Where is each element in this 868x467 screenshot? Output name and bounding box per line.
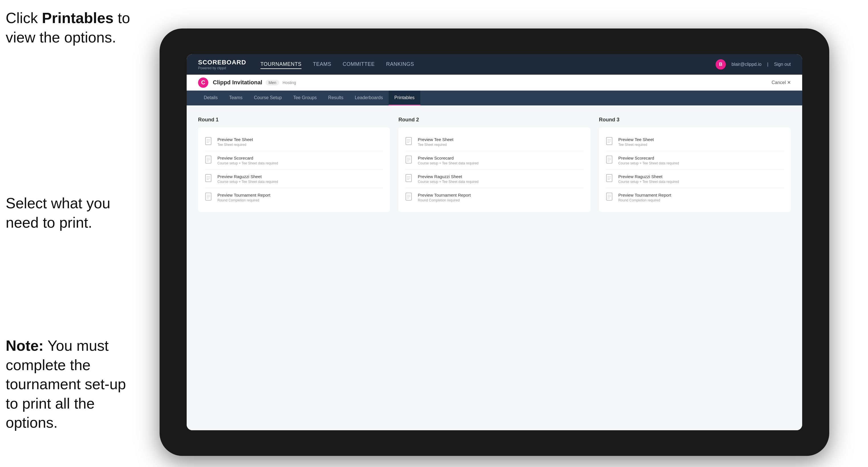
round-1-scorecard-sub: Course setup + Tee Sheet data required — [217, 161, 278, 165]
tournament-bar: C Clippd Invitational Men Hosting Cancel… — [187, 75, 802, 91]
tab-printables[interactable]: Printables — [389, 91, 420, 105]
round-3-tee-sheet[interactable]: Preview Tee Sheet Tee Sheet required — [606, 133, 784, 151]
round-3-scorecard[interactable]: Preview Scorecard Course setup + Tee She… — [606, 152, 784, 169]
round-2-scorecard-title: Preview Scorecard — [418, 156, 478, 160]
round-1-report-title: Preview Tournament Report — [217, 193, 271, 197]
round-2-tee-sheet[interactable]: Preview Tee Sheet Tee Sheet required — [405, 133, 583, 151]
tournament-logo: C — [198, 77, 208, 88]
separator: | — [767, 62, 768, 67]
round-1-raguzzi[interactable]: Preview Raguzzi Sheet Course setup + Tee… — [205, 170, 383, 188]
nav-link-tournaments[interactable]: TOURNAMENTS — [260, 60, 302, 69]
scoreboard-title: SCOREBOARD — [198, 59, 246, 66]
instruction-middle: Select what youneed to print. — [6, 194, 110, 232]
round-3-report-sub: Round Completion required — [618, 198, 671, 202]
tournament-badge: Men — [266, 80, 279, 86]
doc-icon-r2-2 — [405, 156, 413, 165]
tab-course-setup[interactable]: Course Setup — [248, 91, 287, 105]
doc-icon-r2-1 — [405, 137, 413, 146]
main-content: Round 1 — [187, 105, 802, 430]
round-1-raguzzi-title: Preview Raguzzi Sheet — [217, 174, 278, 179]
scoreboard-sub: Powered by clippd — [198, 66, 246, 70]
round-3-title: Round 3 — [599, 117, 791, 123]
tournament-name: Clippd Invitational — [213, 79, 262, 86]
round-3-scorecard-sub: Course setup + Tee Sheet data required — [618, 161, 679, 165]
top-nav-links: TOURNAMENTS TEAMS COMMITTEE RANKINGS — [260, 60, 716, 69]
doc-icon-r3-4 — [606, 193, 614, 202]
round-3-tee-sheet-sub: Tee Sheet required — [618, 143, 654, 147]
round-3-tournament-report[interactable]: Preview Tournament Report Round Completi… — [606, 189, 784, 206]
user-avatar: B — [716, 59, 726, 69]
round-2-scorecard[interactable]: Preview Scorecard Course setup + Tee She… — [405, 152, 583, 169]
top-nav-right: B blair@clippd.io | Sign out — [716, 59, 791, 69]
doc-icon-r3-3 — [606, 174, 614, 183]
note-bold: Note: — [6, 337, 43, 354]
round-1-card: Preview Tee Sheet Tee Sheet required — [198, 127, 390, 212]
round-1-scorecard-text: Preview Scorecard Course setup + Tee She… — [217, 156, 278, 165]
round-1-tee-sheet[interactable]: Preview Tee Sheet Tee Sheet required — [205, 133, 383, 151]
top-nav: SCOREBOARD Powered by clippd TOURNAMENTS… — [187, 54, 802, 75]
cancel-button[interactable]: Cancel ✕ — [772, 80, 791, 85]
round-3-raguzzi-sub: Course setup + Tee Sheet data required — [618, 180, 679, 184]
tab-leaderboards[interactable]: Leaderboards — [349, 91, 389, 105]
tab-tee-groups[interactable]: Tee Groups — [287, 91, 322, 105]
round-2-raguzzi-sub: Course setup + Tee Sheet data required — [418, 180, 478, 184]
tablet: SCOREBOARD Powered by clippd TOURNAMENTS… — [160, 29, 829, 456]
round-2-report-title: Preview Tournament Report — [418, 193, 471, 197]
round-1-tee-sheet-text: Preview Tee Sheet Tee Sheet required — [217, 137, 253, 147]
round-2-title: Round 2 — [398, 117, 590, 123]
printables-bold: Printables — [42, 10, 114, 26]
round-3-card: Preview Tee Sheet Tee Sheet required Pre… — [599, 127, 791, 212]
round-3-report-title: Preview Tournament Report — [618, 193, 671, 197]
round-1-scorecard-title: Preview Scorecard — [217, 156, 278, 160]
nav-link-committee[interactable]: COMMITTEE — [343, 60, 375, 69]
document-icon-2 — [205, 156, 213, 165]
sign-out-link[interactable]: Sign out — [774, 62, 791, 67]
round-2-section: Round 2 Preview Tee Sheet Tee Sheet requ… — [398, 117, 590, 212]
rounds-grid: Round 1 — [198, 117, 791, 212]
tournament-status: Hosting — [283, 80, 296, 85]
document-icon-3 — [205, 174, 213, 183]
tab-details[interactable]: Details — [198, 91, 223, 105]
round-1-tournament-report[interactable]: Preview Tournament Report Round Completi… — [205, 189, 383, 206]
round-2-tournament-report[interactable]: Preview Tournament Report Round Completi… — [405, 189, 583, 206]
instruction-top: Click Printables toview the options. — [6, 8, 130, 47]
round-2-tee-sheet-sub: Tee Sheet required — [418, 143, 454, 147]
doc-icon-r2-3 — [405, 174, 413, 183]
round-3-tee-sheet-title: Preview Tee Sheet — [618, 137, 654, 142]
round-1-tee-sheet-title: Preview Tee Sheet — [217, 137, 253, 142]
round-1-raguzzi-text: Preview Raguzzi Sheet Course setup + Tee… — [217, 174, 278, 184]
round-2-card: Preview Tee Sheet Tee Sheet required Pre… — [398, 127, 590, 212]
round-3-raguzzi[interactable]: Preview Raguzzi Sheet Course setup + Tee… — [606, 170, 784, 188]
doc-icon-r3-1 — [606, 137, 614, 146]
instruction-bottom: Note: You mustcomplete thetournament set… — [6, 336, 143, 433]
scoreboard-brand: SCOREBOARD Powered by clippd — [198, 59, 246, 70]
round-1-scorecard[interactable]: Preview Scorecard Course setup + Tee She… — [205, 152, 383, 169]
round-1-report-sub: Round Completion required — [217, 198, 271, 202]
tab-teams[interactable]: Teams — [223, 91, 248, 105]
round-3-raguzzi-title: Preview Raguzzi Sheet — [618, 174, 679, 179]
round-2-raguzzi-title: Preview Raguzzi Sheet — [418, 174, 478, 179]
doc-icon-r2-4 — [405, 193, 413, 202]
round-1-section: Round 1 — [198, 117, 390, 212]
round-1-title: Round 1 — [198, 117, 390, 123]
sub-nav: Details Teams Course Setup Tee Groups Re… — [187, 91, 802, 105]
user-email: blair@clippd.io — [732, 62, 762, 67]
round-2-report-sub: Round Completion required — [418, 198, 471, 202]
nav-link-rankings[interactable]: RANKINGS — [386, 60, 414, 69]
tab-results[interactable]: Results — [322, 91, 349, 105]
round-3-section: Round 3 Preview Tee Sheet Tee Sheet requ… — [599, 117, 791, 212]
round-1-tee-sheet-sub: Tee Sheet required — [217, 143, 253, 147]
tablet-screen: SCOREBOARD Powered by clippd TOURNAMENTS… — [187, 54, 802, 430]
round-3-scorecard-title: Preview Scorecard — [618, 156, 679, 160]
document-icon-4 — [205, 193, 213, 202]
nav-link-teams[interactable]: TEAMS — [313, 60, 332, 69]
round-2-raguzzi[interactable]: Preview Raguzzi Sheet Course setup + Tee… — [405, 170, 583, 188]
round-1-report-text: Preview Tournament Report Round Completi… — [217, 193, 271, 202]
round-2-scorecard-sub: Course setup + Tee Sheet data required — [418, 161, 478, 165]
round-2-tee-sheet-title: Preview Tee Sheet — [418, 137, 454, 142]
doc-icon-r3-2 — [606, 156, 614, 165]
round-1-raguzzi-sub: Course setup + Tee Sheet data required — [217, 180, 278, 184]
document-icon — [205, 137, 213, 146]
